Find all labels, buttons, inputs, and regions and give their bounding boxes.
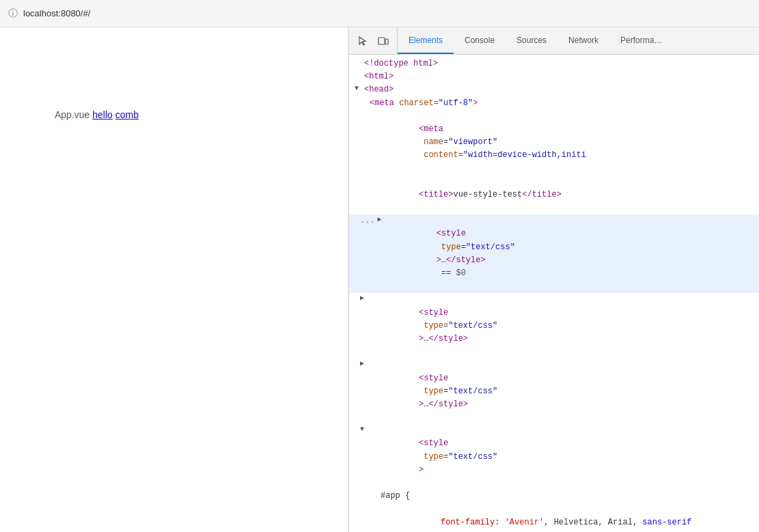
svg-rect-1 bbox=[385, 39, 388, 44]
tab-sources[interactable]: Sources bbox=[506, 27, 557, 54]
html-line-selected[interactable]: ... ▶ <style type="text/css" >…</style> … bbox=[349, 214, 759, 293]
html-line[interactable]: ▶ <style type="text/css" >…</style> bbox=[349, 359, 759, 424]
html-line: font-family: 'Avenir', Helvetica, Arial,… bbox=[349, 503, 759, 532]
html-line: <title>vue-style-test</title> bbox=[349, 176, 759, 215]
device-toggle-icon[interactable] bbox=[375, 33, 391, 49]
page-content: App.vue hello comb bbox=[55, 109, 348, 120]
page-preview: App.vue hello comb bbox=[0, 27, 348, 532]
html-line[interactable]: ▶ <style type="text/css" >…</style> bbox=[349, 293, 759, 359]
app-vue-text: App.vue bbox=[55, 109, 92, 120]
info-icon: ⓘ bbox=[8, 8, 18, 20]
html-line: #app { bbox=[349, 490, 759, 503]
html-line: <html> bbox=[349, 70, 759, 83]
address-bar: ⓘ localhost:8080/#/ bbox=[0, 0, 759, 27]
tab-performance[interactable]: Performa… bbox=[609, 27, 673, 54]
html-line: <meta charset="utf-8"> bbox=[349, 97, 759, 110]
devtools-content[interactable]: <!doctype html> <html> ▼ <head> <meta ch… bbox=[349, 55, 759, 532]
svg-rect-0 bbox=[378, 38, 385, 44]
html-line[interactable]: ▼ <head> bbox=[349, 83, 759, 96]
cursor-icon[interactable] bbox=[355, 33, 371, 49]
main-layout: App.vue hello comb bbox=[0, 27, 759, 532]
toolbar-icons bbox=[349, 27, 398, 54]
comb-link[interactable]: comb bbox=[115, 109, 139, 120]
tab-console[interactable]: Console bbox=[454, 27, 506, 54]
tab-network[interactable]: Network bbox=[557, 27, 609, 54]
tab-elements[interactable]: Elements bbox=[398, 27, 454, 54]
hello-link[interactable]: hello bbox=[92, 109, 113, 120]
html-line[interactable]: ▼ <style type="text/css" > bbox=[349, 424, 759, 490]
devtools-toolbar: Elements Console Sources Network Perform… bbox=[349, 27, 759, 55]
url-display: localhost:8080/#/ bbox=[23, 8, 90, 18]
html-line: <!doctype html> bbox=[349, 57, 759, 70]
devtools-panel: Elements Console Sources Network Perform… bbox=[348, 27, 759, 532]
devtools-tabs: Elements Console Sources Network Perform… bbox=[398, 27, 673, 54]
html-line: <meta name="viewport" content="width=dev… bbox=[349, 110, 759, 176]
